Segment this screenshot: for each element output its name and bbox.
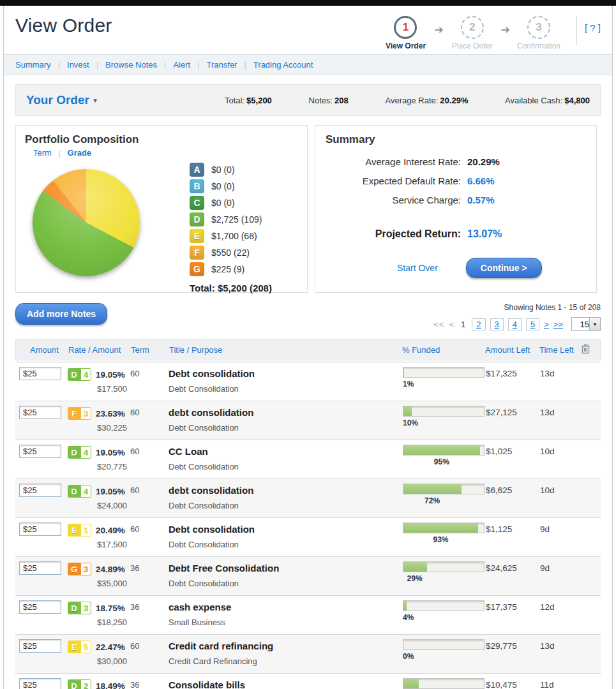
note-amount-input[interactable] bbox=[19, 484, 61, 497]
grade-swatch: G bbox=[190, 262, 204, 276]
grade-subgrade: 4 bbox=[80, 446, 91, 459]
note-purpose: Credit Card Refinancing bbox=[169, 656, 403, 669]
rate-cell: D 4 19.05% bbox=[68, 445, 130, 460]
nav-item-transfer[interactable]: Transfer bbox=[207, 60, 237, 70]
pager-prev[interactable]: < bbox=[449, 320, 454, 329]
note-amount-input[interactable] bbox=[19, 600, 61, 614]
table-row: D 2 18.49% $13,000 36 Consolidate bills … bbox=[15, 673, 601, 689]
funded-progress-bar bbox=[403, 678, 485, 689]
nav-item-trading-account[interactable]: Trading Account bbox=[253, 60, 313, 70]
rate-cell: F 3 23.63% bbox=[68, 406, 130, 421]
note-title[interactable]: Debt consolidation bbox=[169, 367, 403, 382]
nav-separator: | bbox=[58, 60, 60, 70]
time-left-value: 9d bbox=[540, 561, 582, 577]
header-divider bbox=[576, 16, 577, 45]
page-container: View Order 1 View Order ➔ 2 Place Order … bbox=[3, 6, 613, 689]
grade-subgrade: 3 bbox=[80, 563, 91, 575]
funded-progress-fill bbox=[403, 601, 407, 611]
nav-item-summary[interactable]: Summary bbox=[15, 60, 51, 70]
funded-cell: 95% bbox=[403, 445, 486, 475]
nav-item-invest[interactable]: Invest bbox=[67, 60, 89, 70]
delete-all-trash-icon[interactable] bbox=[581, 343, 600, 356]
step-arrow-icon: ➔ bbox=[434, 23, 443, 36]
note-amount-input[interactable] bbox=[19, 367, 61, 380]
table-row: F 3 23.63% $30,225 60 debt consolidation… bbox=[15, 401, 601, 440]
note-amount-input[interactable] bbox=[19, 522, 61, 536]
your-order-dropdown[interactable]: Your Order▼ bbox=[26, 93, 98, 107]
table-row: D 4 19.05% $20,775 60 CC Loan Debt Conso… bbox=[15, 440, 601, 478]
grade-letter: D bbox=[68, 602, 80, 614]
term-value: 36 bbox=[130, 678, 169, 689]
loan-amount: $17,500 bbox=[68, 384, 130, 397]
note-title[interactable]: cash expense bbox=[169, 600, 403, 616]
note-title[interactable]: Credit card refinancing bbox=[169, 639, 403, 655]
funded-progress-bar bbox=[403, 561, 485, 572]
grade-subgrade: 4 bbox=[80, 485, 91, 498]
portfolio-pie-chart bbox=[33, 169, 140, 276]
grade-letter: D bbox=[68, 485, 80, 498]
col-title-purpose: Title / Purpose bbox=[169, 345, 402, 355]
loan-amount: $35,000 bbox=[68, 579, 130, 591]
note-title[interactable]: debt consolidation bbox=[169, 406, 403, 421]
help-icon[interactable]: [ ? ] bbox=[585, 22, 601, 33]
funded-progress-fill bbox=[403, 562, 427, 572]
pager-first[interactable]: << bbox=[433, 320, 444, 329]
continue-button[interactable]: Continue > bbox=[466, 258, 542, 278]
funded-percent-label: 95% bbox=[434, 457, 449, 466]
note-amount-input[interactable] bbox=[19, 561, 61, 575]
add-more-notes-button[interactable]: Add more Notes bbox=[15, 303, 107, 325]
interest-rate: 19.05% bbox=[96, 487, 125, 496]
note-purpose: Debt Consolidation bbox=[169, 540, 403, 552]
funded-percent-label: 93% bbox=[433, 535, 449, 544]
legend-value: $2,725 (109) bbox=[211, 214, 262, 225]
amount-left-value: $29,775 bbox=[486, 639, 540, 655]
nav-item-alert[interactable]: Alert bbox=[173, 60, 190, 70]
term-value: 60 bbox=[130, 522, 169, 538]
funded-percent-label: 1% bbox=[403, 380, 414, 389]
order-stats: Total:$5,200 Notes:208 Average Rate:20.2… bbox=[225, 96, 590, 105]
legend-item: F $550 (22) bbox=[190, 244, 262, 261]
col-term: Term bbox=[131, 345, 169, 355]
pager-page-3[interactable]: 3 bbox=[490, 318, 504, 330]
showing-notes-text: Showing Notes 1 - 15 of 208 bbox=[433, 303, 601, 312]
note-amount-input[interactable] bbox=[19, 639, 61, 653]
note-title[interactable]: Debt Free Consolidation bbox=[169, 561, 403, 577]
nav-item-browse-notes[interactable]: Browse Notes bbox=[105, 60, 157, 70]
legend-value: $550 (22) bbox=[211, 248, 250, 258]
note-amount-input[interactable] bbox=[19, 678, 61, 689]
table-row: D 4 19.05% $17,500 60 Debt consolidation… bbox=[15, 362, 601, 401]
pager-page-5[interactable]: 5 bbox=[526, 318, 539, 330]
time-left-value: 10d bbox=[540, 484, 582, 499]
pager-last[interactable]: >> bbox=[553, 320, 563, 329]
start-over-link[interactable]: Start Over bbox=[397, 263, 438, 273]
summary-row-service: Service Charge:0.57% bbox=[326, 195, 586, 205]
table-row: D 3 18.75% $18,250 36 cash expense Small… bbox=[15, 595, 601, 634]
grade-subgrade: 3 bbox=[80, 407, 91, 420]
loan-amount: $17,500 bbox=[68, 540, 130, 552]
legend-value: $225 (9) bbox=[211, 264, 244, 274]
pager-next[interactable]: > bbox=[544, 320, 549, 329]
step-arrow-icon: ➔ bbox=[501, 23, 510, 36]
step-place-order: 2 Place Order bbox=[445, 16, 500, 50]
note-title[interactable]: CC Loan bbox=[169, 445, 403, 460]
note-title[interactable]: Debt consolidation bbox=[169, 522, 403, 538]
legend-item: D $2,725 (109) bbox=[190, 211, 262, 228]
time-left-value: 9d bbox=[540, 522, 582, 538]
note-title[interactable]: debt consolidation bbox=[169, 484, 403, 499]
note-amount-input[interactable] bbox=[19, 406, 61, 419]
pager-page-2[interactable]: 2 bbox=[472, 318, 485, 330]
funded-cell: 1% bbox=[403, 367, 486, 397]
page-size-select[interactable]: 15 ▼ bbox=[571, 317, 601, 331]
note-title[interactable]: Consolidate bills bbox=[169, 678, 403, 689]
rate-cell: D 3 18.75% bbox=[68, 600, 130, 616]
step-view-order: 1 View Order bbox=[378, 16, 433, 50]
grade-badge: G 3 bbox=[68, 563, 91, 575]
pager-page-4[interactable]: 4 bbox=[508, 318, 522, 330]
tab-grade[interactable]: Grade bbox=[68, 148, 92, 158]
funded-progress-fill bbox=[403, 679, 419, 688]
time-left-value: 13d bbox=[540, 367, 582, 382]
grade-badge: D 4 bbox=[68, 446, 91, 459]
grade-letter: E bbox=[68, 641, 80, 653]
note-amount-input[interactable] bbox=[19, 445, 61, 458]
tab-term[interactable]: Term bbox=[33, 148, 52, 158]
